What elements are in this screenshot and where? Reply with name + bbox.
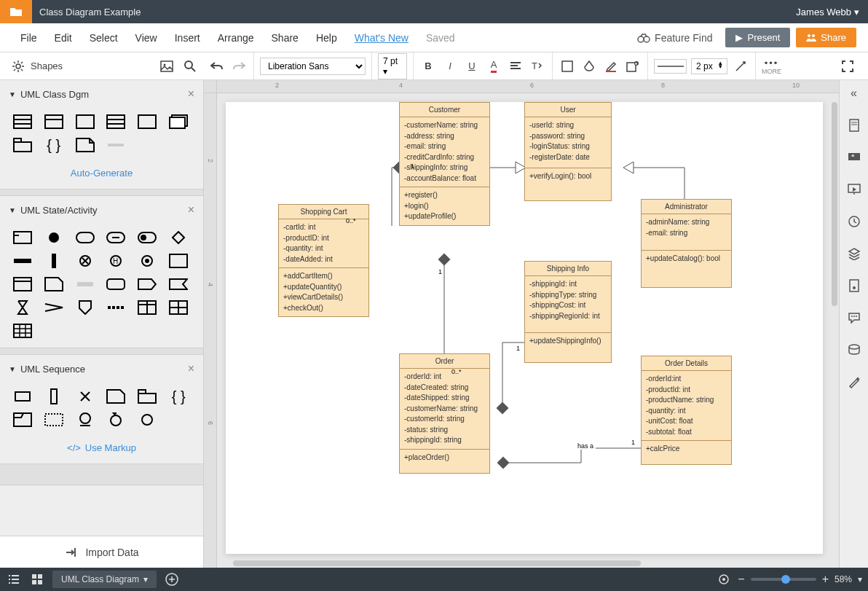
uml-shipping-info[interactable]: Shipping Info -shippingId: int -shipping… bbox=[524, 261, 612, 363]
shape-terminate[interactable] bbox=[74, 253, 96, 269]
shape-hourglass[interactable] bbox=[12, 300, 33, 316]
magic-icon[interactable] bbox=[845, 373, 863, 391]
feature-find[interactable]: Feature Find bbox=[630, 32, 719, 44]
line-options-button[interactable] bbox=[732, 58, 749, 75]
document-icon[interactable] bbox=[0, 0, 32, 23]
section-uml-class[interactable]: ▼ UML Class Dgm × bbox=[0, 80, 203, 108]
grid-view-icon[interactable] bbox=[29, 571, 45, 587]
shape-braces[interactable]: { } bbox=[43, 137, 65, 153]
shape-note2[interactable] bbox=[43, 276, 65, 292]
border-color-button[interactable] bbox=[602, 58, 620, 75]
close-icon[interactable]: × bbox=[188, 362, 194, 375]
fill-color-button[interactable] bbox=[580, 58, 598, 75]
shape-class[interactable] bbox=[12, 114, 33, 130]
bold-button[interactable]: B bbox=[419, 58, 437, 75]
add-page-icon[interactable] bbox=[164, 571, 180, 587]
shape-package2[interactable] bbox=[136, 388, 158, 404]
shape-destroy[interactable] bbox=[74, 388, 96, 404]
shape-flow[interactable] bbox=[43, 300, 65, 316]
shape-frame2[interactable] bbox=[12, 412, 33, 428]
menu-view[interactable]: View bbox=[127, 32, 166, 44]
shape-bar-h[interactable] bbox=[12, 253, 33, 269]
history-icon[interactable] bbox=[845, 213, 863, 230]
more-button[interactable]: ••• MORE bbox=[762, 58, 781, 75]
shape-rect[interactable] bbox=[74, 114, 96, 130]
line-style-select[interactable] bbox=[654, 59, 687, 74]
shape-hatch[interactable] bbox=[74, 276, 96, 292]
font-size-select[interactable]: 7 pt ▾ bbox=[378, 53, 407, 79]
uml-administrator[interactable]: Administrator -adminName: string -email:… bbox=[641, 199, 732, 288]
shape-frame[interactable] bbox=[12, 276, 33, 292]
shape-package[interactable] bbox=[12, 137, 33, 153]
page-settings-icon[interactable] bbox=[845, 117, 863, 134]
shape-activation[interactable] bbox=[43, 388, 65, 404]
shape-signal-send[interactable] bbox=[136, 276, 158, 292]
shape-class2[interactable] bbox=[105, 114, 127, 130]
present-button[interactable]: ▶ Present bbox=[725, 28, 790, 47]
shape-table3[interactable] bbox=[12, 323, 33, 339]
page-tab[interactable]: UML Class Diagram ▾ bbox=[52, 571, 157, 588]
menu-file[interactable]: File bbox=[12, 32, 46, 44]
section-uml-state[interactable]: ▼ UML State/Activity × bbox=[0, 196, 203, 224]
uml-order[interactable]: Order -orderId: int -dateCreated: string… bbox=[399, 353, 490, 474]
chevron-down-icon[interactable]: ▾ bbox=[858, 574, 862, 584]
shape-entity[interactable] bbox=[74, 412, 96, 428]
shape-circle[interactable] bbox=[136, 412, 158, 428]
close-icon[interactable]: × bbox=[188, 87, 194, 101]
shape-note3[interactable] bbox=[105, 388, 127, 404]
italic-button[interactable]: I bbox=[441, 58, 459, 75]
shape-text[interactable] bbox=[105, 137, 127, 153]
shape-history[interactable]: H bbox=[105, 253, 127, 269]
shape-braces2[interactable]: { } bbox=[167, 388, 189, 404]
redo-button[interactable] bbox=[230, 58, 248, 75]
menu-select[interactable]: Select bbox=[81, 32, 127, 44]
shape-multi[interactable] bbox=[167, 114, 189, 130]
fullscreen-button[interactable] bbox=[839, 58, 856, 75]
shape-table2[interactable] bbox=[136, 300, 158, 316]
menu-insert[interactable]: Insert bbox=[166, 32, 209, 44]
zoom-fit-icon[interactable] bbox=[716, 571, 732, 587]
zoom-in-icon[interactable]: + bbox=[822, 573, 829, 586]
shape-rounded2[interactable] bbox=[105, 230, 127, 246]
shape-control[interactable] bbox=[105, 412, 127, 428]
presentation-icon[interactable] bbox=[845, 181, 863, 198]
undo-button[interactable] bbox=[208, 58, 226, 75]
shape-options-button[interactable] bbox=[624, 58, 642, 75]
font-family-select[interactable]: Liberation Sans bbox=[260, 58, 366, 75]
uml-order-details[interactable]: Order Details -orderId:int -productId: i… bbox=[641, 356, 732, 465]
auto-generate-link[interactable]: Auto-Generate bbox=[0, 162, 203, 189]
zoom-level[interactable]: 58% bbox=[835, 574, 852, 584]
use-markup-link[interactable]: </> Use Markup bbox=[0, 437, 203, 463]
scrollbar-v[interactable] bbox=[832, 102, 837, 306]
data-icon[interactable] bbox=[845, 341, 863, 359]
shape-toggle[interactable] bbox=[136, 230, 158, 246]
shape-pins[interactable] bbox=[105, 300, 127, 316]
comments-icon[interactable]: ❝ bbox=[845, 149, 863, 166]
canvas[interactable]: 2 4 6 8 10 2 4 6 Customer -customer bbox=[204, 80, 839, 568]
shape-rounded[interactable] bbox=[74, 230, 96, 246]
shape-boundary[interactable] bbox=[43, 412, 65, 428]
shape-signal-recv[interactable] bbox=[167, 276, 189, 292]
menu-help[interactable]: Help bbox=[307, 32, 346, 44]
shape-final[interactable] bbox=[136, 253, 158, 269]
shape-rect2[interactable] bbox=[167, 253, 189, 269]
zoom-out-icon[interactable]: − bbox=[738, 573, 744, 586]
master-pages-icon[interactable] bbox=[845, 277, 863, 294]
shape-decision[interactable] bbox=[167, 230, 189, 246]
menu-whatsnew[interactable]: What's New bbox=[346, 32, 417, 44]
uml-user[interactable]: User -userId: string -password: string -… bbox=[524, 102, 612, 201]
align-button[interactable] bbox=[507, 58, 524, 75]
shape-grid2[interactable] bbox=[167, 300, 189, 316]
chat-icon[interactable] bbox=[845, 309, 863, 326]
zoom-slider[interactable] bbox=[751, 578, 816, 581]
close-icon[interactable]: × bbox=[188, 203, 194, 216]
share-button[interactable]: Share bbox=[796, 28, 856, 47]
layers-icon[interactable] bbox=[845, 245, 863, 262]
shape-initial[interactable] bbox=[43, 230, 65, 246]
shape-rounded3[interactable] bbox=[105, 276, 127, 292]
list-view-icon[interactable] bbox=[6, 571, 22, 587]
document-title[interactable]: Class Diagram Example bbox=[32, 7, 796, 17]
gear-icon[interactable] bbox=[12, 60, 25, 73]
text-color-button[interactable]: A bbox=[485, 58, 502, 75]
menu-share[interactable]: Share bbox=[263, 32, 307, 44]
